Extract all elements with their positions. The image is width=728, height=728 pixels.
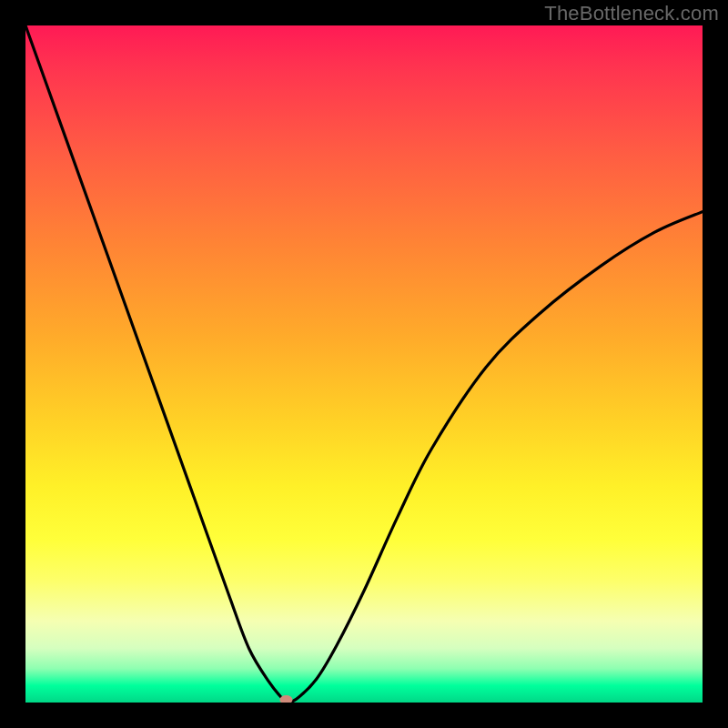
chart-svg [25, 25, 703, 703]
plot-area [25, 25, 703, 703]
chart-frame: TheBottleneck.com [0, 0, 728, 728]
bottleneck-curve [25, 25, 703, 703]
watermark-text: TheBottleneck.com [544, 2, 719, 25]
